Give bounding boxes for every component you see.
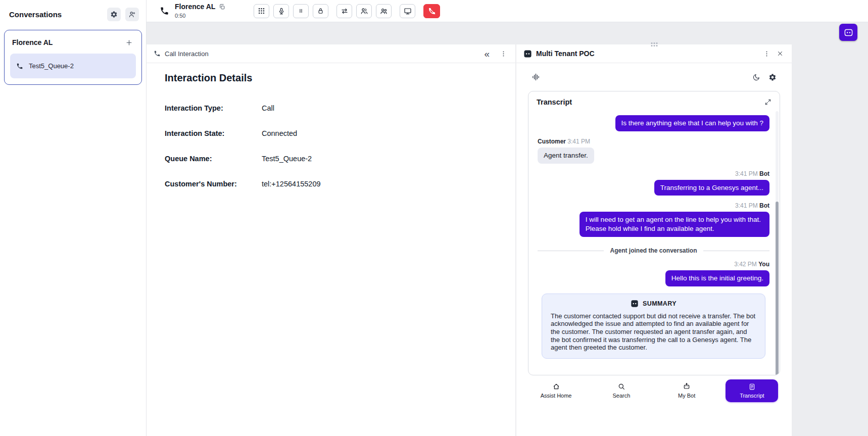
nav-label: Transcript — [740, 393, 764, 399]
people-icon — [360, 7, 368, 15]
message-row: I will need to get an agent on the line … — [538, 212, 769, 237]
secure-pause-button[interactable] — [313, 4, 328, 18]
sender-name: You — [758, 261, 769, 268]
event-divider-label: Agent joined the conversation — [610, 247, 697, 254]
settings-button[interactable] — [107, 8, 121, 21]
phone-icon — [160, 6, 169, 16]
field-label: Queue Name: — [165, 155, 262, 163]
nav-label: Search — [612, 393, 630, 399]
message-meta: Customer 3:41 PM — [538, 138, 769, 145]
add-person-icon — [128, 11, 136, 18]
hold-button[interactable] — [293, 4, 309, 18]
nav-label: Assist Home — [541, 393, 572, 399]
message-row: Is there anything else that I can help y… — [538, 115, 769, 131]
workspace: Call Interaction « Interaction Details I… — [147, 22, 868, 436]
message-time: 3:41 PM — [735, 202, 758, 209]
scrollbar-thumb[interactable] — [776, 202, 779, 375]
customer-message-bubble: Agent transfer. — [538, 148, 594, 164]
home-icon — [552, 382, 560, 391]
mute-button[interactable] — [273, 4, 289, 18]
message-time: 3:41 PM — [735, 170, 758, 177]
transcript-title: Transcript — [537, 98, 572, 106]
transcript-icon — [748, 383, 756, 391]
main-region: Florence AL 0:50 — [147, 0, 868, 436]
close-icon — [777, 50, 784, 57]
panel-menu-button[interactable] — [762, 49, 771, 59]
field-label: Customer's Number: — [165, 180, 262, 188]
message-time: 3:41 PM — [567, 138, 590, 145]
sender-name: Bot — [759, 202, 769, 209]
field-row: Queue Name: Test5_Queue-2 — [165, 155, 497, 163]
nav-transcript[interactable]: Transcript — [726, 379, 778, 402]
panel-title: Multi Tenant POC — [536, 50, 595, 58]
expand-icon[interactable] — [764, 99, 771, 106]
nav-assist-home[interactable]: Assist Home — [523, 382, 589, 399]
consult-button[interactable] — [376, 4, 392, 18]
collapse-panel-button[interactable]: « — [484, 49, 490, 59]
end-call-button[interactable] — [423, 4, 440, 18]
panel-title: Call Interaction — [165, 50, 209, 58]
message-meta: 3:42 PM You — [538, 261, 769, 268]
event-divider: Agent joined the conversation — [538, 247, 769, 254]
monitor-icon — [404, 7, 412, 15]
add-person-button[interactable] — [125, 8, 139, 21]
nav-label: My Bot — [678, 393, 695, 399]
search-icon — [617, 382, 625, 391]
conversations-sidebar: Conversations Florence AL Test5_Queue-2 — [0, 0, 147, 436]
screen-share-button[interactable] — [400, 4, 415, 18]
assist-toolbar — [516, 63, 792, 91]
assist-widget-button[interactable] — [839, 24, 857, 41]
waveform-icon[interactable] — [532, 73, 540, 81]
page-title: Interaction Details — [165, 72, 497, 84]
caller-name: Florence AL — [175, 3, 215, 11]
conversation-item-label: Test5_Queue-2 — [29, 62, 74, 70]
conversation-list-item[interactable]: Test5_Queue-2 — [10, 54, 136, 78]
field-row: Customer's Number: tel:+12564155209 — [165, 180, 497, 188]
sidebar-header: Conversations — [0, 0, 146, 28]
transcript-messages: Is there anything else that I can help y… — [528, 108, 780, 375]
sidebar-title: Conversations — [9, 10, 62, 19]
microphone-icon — [277, 7, 285, 15]
panel-menu-button[interactable] — [499, 49, 508, 59]
workspace-gutter — [792, 44, 868, 436]
add-conversation-button[interactable] — [123, 36, 135, 49]
bot-message-bubble: Transferring to a Genesys agent... — [654, 180, 769, 196]
assist-panel: Multi Tenant POC Transcript — [516, 44, 792, 436]
phone-slash-icon — [428, 7, 436, 15]
call-timer: 0:50 — [175, 13, 225, 19]
drag-handle[interactable] — [651, 42, 657, 46]
pause-icon — [297, 7, 305, 15]
call-controls — [254, 4, 440, 18]
assistant-icon — [844, 28, 853, 37]
message-row: Agent transfer. — [538, 148, 769, 164]
dark-mode-moon-icon[interactable] — [752, 73, 760, 81]
agent-message-bubble: Hello this is the initial greeting. — [665, 270, 769, 286]
sender-name: Customer — [538, 138, 566, 145]
dialpad-button[interactable] — [254, 4, 269, 18]
transfer-button[interactable] — [336, 4, 352, 18]
field-value: Connected — [262, 129, 497, 137]
message-row: Hello this is the initial greeting. — [538, 270, 769, 286]
field-label: Interaction State: — [165, 129, 262, 137]
close-panel-button[interactable] — [776, 49, 785, 58]
conversation-group-card: Florence AL Test5_Queue-2 — [4, 30, 142, 85]
sender-name: Bot — [759, 170, 769, 177]
phone-icon — [154, 50, 161, 57]
summary-text: The customer contacted support but did n… — [551, 312, 756, 352]
copy-icon[interactable] — [219, 4, 225, 10]
summary-title: SUMMARY — [643, 300, 677, 307]
nav-transcript-wrap: Transcript — [719, 379, 785, 402]
summary-card: SUMMARY The customer contacted support b… — [542, 294, 765, 359]
transcript-card: Transcript Is there anything else that I… — [528, 91, 780, 375]
dialpad-icon — [258, 7, 265, 15]
phone-icon — [16, 63, 23, 70]
field-row: Interaction Type: Call — [165, 104, 497, 112]
nav-search[interactable]: Search — [589, 382, 654, 399]
kebab-menu-icon — [500, 50, 507, 58]
nav-my-bot[interactable]: My Bot — [654, 382, 719, 399]
bot-message-bubble: I will need to get an agent on the line … — [580, 212, 769, 237]
bot-message-bubble: Is there anything else that I can help y… — [615, 115, 769, 131]
conference-button[interactable] — [356, 4, 372, 18]
settings-gear-icon[interactable] — [768, 73, 777, 81]
conversation-group-title: Florence AL — [12, 38, 53, 46]
